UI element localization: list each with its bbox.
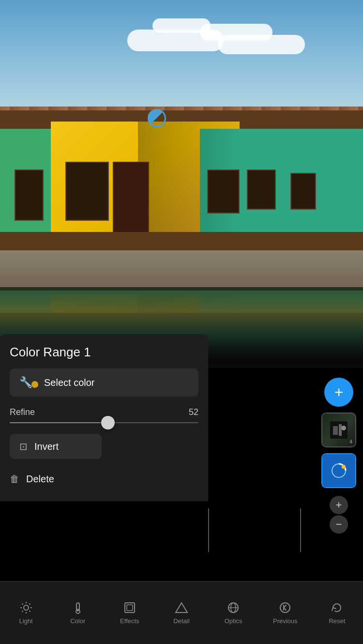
invert-label: Invert	[34, 441, 59, 452]
trash-icon: 🗑	[10, 474, 19, 485]
nav-item-reset[interactable]: Reset	[311, 596, 363, 629]
nav-item-color[interactable]: Color	[52, 596, 104, 629]
svg-marker-20	[176, 603, 187, 613]
slider-track	[10, 422, 198, 423]
slider-thumb[interactable]	[101, 416, 115, 429]
thumbnail-2-active[interactable]	[321, 453, 356, 488]
svg-rect-1	[333, 426, 338, 435]
mask-icon	[329, 420, 348, 440]
zoom-in-icon: +	[336, 499, 342, 511]
nav-label-effects: Effects	[120, 617, 139, 625]
zoom-in-button[interactable]: +	[330, 496, 348, 514]
invert-button[interactable]: ⊡ Invert	[10, 434, 102, 459]
refine-slider-container[interactable]	[10, 422, 198, 423]
panel-title: Color Range 1	[10, 345, 198, 360]
sun-icon	[19, 601, 33, 614]
thumbnail-1[interactable]: 4	[321, 413, 356, 447]
svg-line-11	[22, 604, 23, 605]
svg-point-3	[341, 426, 346, 430]
selection-indicator	[148, 109, 166, 127]
refine-label: Refine	[10, 407, 35, 417]
svg-rect-19	[127, 605, 133, 611]
color-range-icon	[330, 462, 348, 479]
refine-row: Refine 52	[10, 407, 198, 417]
effects-icon	[123, 601, 136, 614]
delete-label: Delete	[26, 474, 54, 485]
eyedropper-icon-container: 🔧	[19, 376, 38, 389]
right-sidebar: + 4 + −	[315, 373, 363, 538]
add-button[interactable]: +	[324, 378, 353, 407]
window-5	[290, 173, 316, 210]
door-1	[113, 162, 149, 243]
nav-label-light: Light	[19, 617, 32, 625]
invert-icon: ⊡	[19, 441, 28, 452]
svg-point-24	[280, 603, 290, 613]
zoom-controls: + −	[330, 496, 348, 534]
reset-icon	[330, 601, 344, 614]
svg-line-14	[22, 611, 23, 612]
nav-label-detail: Detail	[173, 617, 189, 625]
refine-value: 52	[189, 407, 198, 417]
window-1	[15, 169, 44, 221]
thumbnail-2-inner	[322, 454, 355, 487]
lens-icon	[227, 601, 240, 614]
previous-icon	[278, 601, 292, 614]
color-range-panel: Color Range 1 🔧 Select color Refine 52 ⊡…	[0, 334, 208, 501]
vertical-line-left	[208, 508, 209, 557]
vertical-line-right	[300, 508, 301, 557]
nav-label-optics: Optics	[225, 617, 242, 625]
thumbnail-number: 4	[349, 439, 352, 445]
eyedropper-icon: 🔧	[19, 376, 32, 389]
zoom-out-button[interactable]: −	[330, 515, 348, 534]
nav-item-effects[interactable]: Effects	[104, 596, 155, 629]
window-4	[247, 169, 276, 210]
slider-fill	[10, 422, 108, 423]
plus-icon: +	[334, 384, 344, 400]
zoom-out-icon: −	[336, 518, 342, 531]
svg-point-5	[342, 465, 346, 469]
nav-item-previous[interactable]: Previous	[259, 596, 311, 629]
color-sample-dot	[31, 381, 38, 388]
nav-item-detail[interactable]: Detail	[155, 596, 207, 629]
svg-line-12	[29, 611, 30, 612]
nav-item-optics[interactable]: Optics	[208, 596, 259, 629]
nav-item-light[interactable]: Light	[0, 596, 52, 629]
thermometer-icon	[71, 601, 85, 614]
photo-area	[0, 0, 363, 368]
nav-label-previous: Previous	[273, 617, 298, 625]
svg-line-13	[29, 604, 30, 605]
delete-button[interactable]: 🗑 Delete	[10, 467, 54, 491]
nav-label-color: Color	[70, 617, 85, 625]
black-spacer	[0, 552, 363, 581]
svg-rect-2	[339, 424, 342, 436]
svg-point-6	[24, 605, 29, 610]
triangle-icon	[175, 601, 188, 614]
select-color-button[interactable]: 🔧 Select color	[10, 368, 198, 397]
select-color-label: Select color	[44, 377, 95, 388]
nav-label-reset: Reset	[329, 617, 345, 625]
window-2	[65, 162, 109, 221]
window-3	[207, 169, 240, 214]
bottom-navigation: Light Color Effects Detail Optics	[0, 581, 363, 644]
svg-rect-18	[125, 603, 135, 613]
